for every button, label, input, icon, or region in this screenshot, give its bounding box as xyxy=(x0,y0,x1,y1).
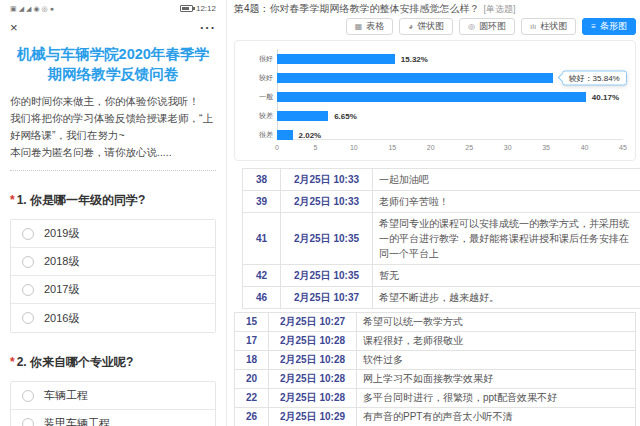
divider xyxy=(10,170,216,171)
comment-time: 2月25日 10:28 xyxy=(269,332,357,351)
view-button-label: 柱状图 xyxy=(540,20,567,33)
view-button-表格[interactable]: ▦表格 xyxy=(346,18,394,35)
battery-icon xyxy=(180,5,193,12)
survey-option[interactable]: 2017级 xyxy=(11,276,215,304)
results-question-header: 第4题：你对春季学期网络教学的整体安排感觉怎么样？[单选题] xyxy=(234,2,636,15)
view-button-饼状图[interactable]: ◕饼状图 xyxy=(399,18,453,35)
comment-row: 222月25日 10:28多平台同时进行，很繁琐，ppt配音效果不好 xyxy=(235,389,636,408)
view-button-圆环图[interactable]: ◎圆环图 xyxy=(459,18,515,35)
chart-value-label: 40.17% xyxy=(592,92,619,101)
chart-bar[interactable] xyxy=(277,111,328,121)
chart-value-label: 6.65% xyxy=(334,112,357,121)
question-type-tag: [单选题] xyxy=(484,4,516,14)
comment-time: 2月25日 10:28 xyxy=(269,370,357,389)
chart-view-toolbar: ▦表格◕饼状图◎圆环图ılı柱状图≡条形图 xyxy=(234,18,636,36)
question-number: 第4题： xyxy=(234,3,270,14)
comment-text: 多平台同时进行，很繁琐，ppt配音效果不好 xyxy=(357,389,636,408)
comment-row: 152月25日 10:27希望可以统一教学方式 xyxy=(235,313,636,332)
status-time: 12:12 xyxy=(196,4,216,13)
survey-option[interactable]: 2019级 xyxy=(11,220,215,248)
radio-icon xyxy=(22,228,34,240)
question-1-title: *1. 你是哪一年级的同学? xyxy=(10,192,216,209)
close-icon[interactable]: × xyxy=(10,20,18,35)
survey-option[interactable]: 车辆工程 xyxy=(11,382,215,410)
question-text: 你对春季学期网络教学的整体安排感觉怎么样？ xyxy=(270,3,480,14)
comment-time: 2月25日 10:28 xyxy=(269,389,357,408)
comment-row: 262月25日 10:29有声音的PPT有的声音太小听不清 xyxy=(235,408,636,426)
comment-id: 46 xyxy=(243,287,281,309)
comment-text: 网上学习不如面接教学效果好 xyxy=(357,370,636,389)
more-menu-icon[interactable]: ··· xyxy=(200,20,216,35)
comment-row: 392月25日 10:33老师们辛苦啦！ xyxy=(243,191,640,213)
app-window: ▣◢◢◉◎● 12:12 × ··· 机械与车辆学院2020年春季学期网络教学反… xyxy=(0,0,640,426)
chart-bar[interactable] xyxy=(277,130,293,140)
chart-bar[interactable] xyxy=(277,92,586,102)
comment-text: 一起加油吧 xyxy=(373,169,640,191)
chart-bar[interactable] xyxy=(277,54,395,64)
intro-line: 我们将把你的学习体验反馈给授课老师，“上好网络课”，我们在努力~ xyxy=(10,110,216,144)
comment-time: 2月25日 10:33 xyxy=(281,191,373,213)
radio-icon xyxy=(22,390,34,402)
comments-table-2: 152月25日 10:27希望可以统一教学方式172月25日 10:28课程很好… xyxy=(234,312,636,426)
comment-time: 2月25日 10:29 xyxy=(269,408,357,426)
chart-bar-row: 一般40.17% xyxy=(277,87,623,106)
question-2-title: *2. 你来自哪个专业呢? xyxy=(10,354,216,371)
chart-category-label: 一般 xyxy=(239,92,273,102)
donut-icon: ◎ xyxy=(468,22,475,31)
comment-text: 希望同专业的课程可以安排成统一的教学方式，并采用统一的平台进行教学，最好能将课程… xyxy=(373,213,640,265)
chart-bar[interactable] xyxy=(277,73,553,83)
chart-body: 很好15.32%较好较好：35.84%一般40.17%较差6.65%很差2.02… xyxy=(241,47,627,156)
survey-option[interactable]: 2016级 xyxy=(11,304,215,332)
x-tick-label: 20 xyxy=(427,144,435,151)
comment-id: 18 xyxy=(235,351,269,370)
comment-row: 172月25日 10:28课程很好，老师很敬业 xyxy=(235,332,636,351)
screenshot-icon: ▣ xyxy=(10,2,17,15)
x-tick-label: 10 xyxy=(350,144,358,151)
view-button-条形图[interactable]: ≡条形图 xyxy=(582,18,636,35)
chart-plot-area: 很好15.32%较好较好：35.84%一般40.17%较差6.65%很差2.02… xyxy=(277,49,623,140)
option-label: 装甲车辆工程 xyxy=(44,416,110,426)
comments-table-1: 382月25日 10:33一起加油吧392月25日 10:33老师们辛苦啦！41… xyxy=(242,168,640,309)
radio-icon xyxy=(22,312,34,324)
comment-text: 软件过多 xyxy=(357,351,636,370)
browser-icon: ◎ xyxy=(42,2,48,15)
view-button-label: 饼状图 xyxy=(417,20,444,33)
question-1-text: 1. 你是哪一年级的同学? xyxy=(17,193,146,207)
question-2-text: 2. 你来自哪个专业呢? xyxy=(17,355,134,369)
phone-nav-bar: × ··· xyxy=(10,17,216,37)
view-button-label: 圆环图 xyxy=(479,20,506,33)
comment-text: 课程很好，老师很敬业 xyxy=(357,332,636,351)
comment-time: 2月25日 10:28 xyxy=(269,351,357,370)
question-2-options: 车辆工程装甲车辆工程 xyxy=(10,381,216,426)
x-tick-label: 0 xyxy=(275,144,279,151)
comment-id: 15 xyxy=(235,313,269,332)
chart-category-label: 较好 xyxy=(239,73,273,83)
x-axis-ticks: 051015202530354045 xyxy=(277,144,623,154)
comment-id: 38 xyxy=(243,169,281,191)
chart-category-label: 较差 xyxy=(239,111,273,121)
comment-id: 41 xyxy=(243,213,281,265)
phone-status-bar: ▣◢◢◉◎● 12:12 xyxy=(10,2,216,15)
chart-bar-row: 很好15.32% xyxy=(277,49,623,68)
survey-option[interactable]: 2018级 xyxy=(11,248,215,276)
option-label: 车辆工程 xyxy=(44,388,88,403)
x-tick-label: 25 xyxy=(465,144,473,151)
x-tick-label: 35 xyxy=(542,144,550,151)
radio-icon xyxy=(22,418,34,426)
survey-option[interactable]: 装甲车辆工程 xyxy=(11,410,215,426)
comment-time: 2月25日 10:27 xyxy=(269,313,357,332)
comment-text: 有声音的PPT有的声音太小听不清 xyxy=(357,408,636,426)
signal-icon: ◢ xyxy=(19,2,24,15)
view-button-label: 表格 xyxy=(366,20,384,33)
view-button-柱状图[interactable]: ılı柱状图 xyxy=(521,18,576,35)
comment-id: 42 xyxy=(243,265,281,287)
results-panel: 第4题：你对春季学期网络教学的整体安排感觉怎么样？[单选题] ▦表格◕饼状图◎圆… xyxy=(227,0,640,426)
table-icon: ▦ xyxy=(355,22,363,31)
required-asterisk: * xyxy=(10,355,15,369)
comment-time: 2月25日 10:33 xyxy=(281,169,373,191)
x-tick-label: 15 xyxy=(388,144,396,151)
notification-icon: ● xyxy=(50,2,54,15)
x-tick-label: 45 xyxy=(619,144,627,151)
question-1-options: 2019级2018级2017级2016级 xyxy=(10,219,216,333)
chart-bar-row: 较差6.65% xyxy=(277,107,623,126)
